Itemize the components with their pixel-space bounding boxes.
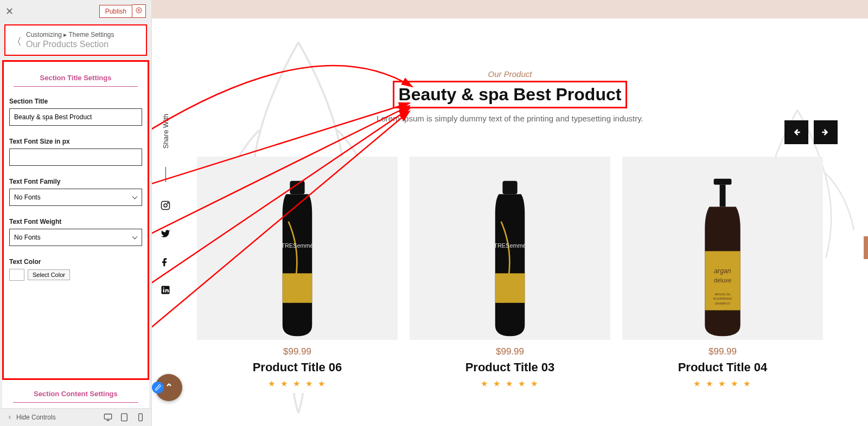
breadcrumb-text: Customizing ▸ Theme Settings Our Product… xyxy=(26,31,139,49)
settings-panel: Section Title Settings Section Title Tex… xyxy=(2,60,149,380)
svg-point-10 xyxy=(168,203,169,204)
product-rating: ★ ★ ★ ★ ★ xyxy=(197,379,398,389)
header-strip xyxy=(152,0,868,18)
field-font-weight: Text Font Weight No Fonts xyxy=(8,218,143,246)
sidebar-footer: Hide Controls xyxy=(0,408,151,426)
svg-rect-19 xyxy=(502,181,517,195)
customizer-sidebar: ✕ Publish 〈 Customizing ▸ Theme Settings… xyxy=(0,0,152,426)
linkedin-icon[interactable] xyxy=(161,285,170,295)
arrow-left-icon xyxy=(791,127,802,138)
breadcrumb-parent: Theme Settings xyxy=(69,31,114,38)
product-title: Product Title 06 xyxy=(197,360,398,375)
color-swatch[interactable] xyxy=(9,269,24,281)
arrow-right-icon xyxy=(820,127,831,138)
product-image: TRESemmé xyxy=(243,166,352,340)
svg-text:NOURISHING: NOURISHING xyxy=(713,297,732,300)
svg-rect-23 xyxy=(720,185,726,207)
desktop-icon[interactable] xyxy=(104,413,112,422)
svg-rect-20 xyxy=(495,273,525,303)
font-family-label: Text Font Family xyxy=(9,178,142,185)
font-weight-label: Text Font Weight xyxy=(9,218,142,225)
gear-icon xyxy=(136,7,142,14)
publish-settings-button[interactable] xyxy=(132,4,146,18)
font-family-select[interactable]: No Fonts xyxy=(9,189,142,206)
close-icon[interactable]: ✕ xyxy=(5,5,14,17)
svg-rect-6 xyxy=(139,414,143,421)
svg-text:argan: argan xyxy=(714,267,731,275)
field-section-title: Section Title xyxy=(8,98,143,126)
share-divider xyxy=(165,167,166,182)
share-label: Share With xyxy=(162,114,170,149)
svg-rect-16 xyxy=(290,181,304,195)
font-size-input[interactable] xyxy=(9,149,142,166)
hide-controls-button[interactable]: Hide Controls xyxy=(7,414,56,421)
font-size-label: Text Font Size in px xyxy=(9,138,142,145)
svg-rect-17 xyxy=(283,273,312,303)
breadcrumb-prefix: Customizing xyxy=(26,31,62,38)
mobile-icon[interactable] xyxy=(136,413,145,422)
product-card[interactable]: argandeluxeARGAN OILNOURISHINGSHAMPOO $9… xyxy=(622,157,823,393)
svg-text:TRESemmé: TRESemmé xyxy=(494,242,526,249)
svg-rect-22 xyxy=(714,179,732,185)
section-title-input[interactable] xyxy=(9,108,142,126)
instagram-icon[interactable] xyxy=(161,201,170,210)
field-font-family: Text Font Family No Fonts xyxy=(8,178,143,206)
svg-text:SHAMPOO: SHAMPOO xyxy=(715,302,730,305)
carousel-next-button[interactable] xyxy=(814,120,838,144)
section-title-label: Section Title xyxy=(9,98,142,105)
publish-group: Publish xyxy=(99,4,146,18)
breadcrumb-sep: ▸ xyxy=(63,31,68,38)
product-title: Product Title 03 xyxy=(410,360,610,375)
text-color-label: Text Color xyxy=(9,258,142,266)
hide-controls-label: Hide Controls xyxy=(16,414,56,421)
back-icon[interactable]: 〈 xyxy=(12,35,22,48)
product-meta: $99.99 Product Title 06 ★ ★ ★ ★ ★ xyxy=(197,340,398,393)
svg-text:ARGAN OIL: ARGAN OIL xyxy=(714,293,731,296)
carousel-nav xyxy=(784,120,838,144)
product-rating: ★ ★ ★ ★ ★ xyxy=(622,379,823,389)
section-subtitle: Lorem Ipsum is simply dummy text of the … xyxy=(152,114,868,123)
preview-pane: Share With Our Product Beauty & spa Best… xyxy=(152,0,868,426)
section-header: Our Product Beauty & spa Best Product Lo… xyxy=(152,69,868,123)
facebook-icon[interactable] xyxy=(161,257,170,267)
edit-fab[interactable]: ⌃ xyxy=(155,374,182,401)
product-title: Product Title 04 xyxy=(622,360,823,375)
publish-button[interactable]: Publish xyxy=(99,5,132,18)
carousel-prev-button[interactable] xyxy=(784,120,808,144)
field-text-color: Text Color Select Color xyxy=(8,258,143,281)
breadcrumb: 〈 Customizing ▸ Theme Settings Our Produ… xyxy=(4,24,147,56)
product-card[interactable]: TRESemmé $99.99 Product Title 06 ★ ★ ★ ★… xyxy=(197,157,398,393)
device-switcher xyxy=(104,413,145,422)
section-title-settings-heading: Section Title Settings xyxy=(14,67,138,87)
breadcrumb-current: Our Products Section xyxy=(26,40,139,49)
product-price: $99.99 xyxy=(622,346,823,357)
field-font-size: Text Font Size in px xyxy=(8,138,143,166)
select-color-button[interactable]: Select Color xyxy=(28,269,70,280)
collapse-icon xyxy=(7,414,13,421)
section-eyebrow: Our Product xyxy=(152,69,868,79)
svg-point-9 xyxy=(164,204,167,207)
svg-text:TRESemmé: TRESemmé xyxy=(281,242,313,249)
share-column: Share With xyxy=(161,114,170,295)
section-content-settings-heading[interactable]: Section Content Settings xyxy=(13,385,138,403)
product-meta: $99.99 Product Title 04 ★ ★ ★ ★ ★ xyxy=(622,340,823,393)
svg-point-13 xyxy=(163,287,164,288)
section-title: Beauty & spa Best Product xyxy=(393,81,628,108)
product-card[interactable]: TRESemmé $99.99 Product Title 03 ★ ★ ★ ★… xyxy=(410,157,610,393)
twitter-icon[interactable] xyxy=(161,229,170,238)
svg-rect-4 xyxy=(122,414,127,421)
svg-rect-1 xyxy=(104,414,111,419)
svg-rect-12 xyxy=(163,289,164,293)
font-weight-select[interactable]: No Fonts xyxy=(9,229,142,246)
svg-point-0 xyxy=(138,10,140,11)
product-price: $99.99 xyxy=(197,346,398,357)
tablet-icon[interactable] xyxy=(120,413,129,422)
products-row: TRESemmé $99.99 Product Title 06 ★ ★ ★ ★… xyxy=(152,157,868,393)
svg-text:deluxe: deluxe xyxy=(714,277,731,283)
product-image: argandeluxeARGAN OILNOURISHINGSHAMPOO xyxy=(668,166,777,340)
product-price: $99.99 xyxy=(410,346,610,357)
product-meta: $99.99 Product Title 03 ★ ★ ★ ★ ★ xyxy=(410,340,610,393)
product-image: TRESemmé xyxy=(456,166,564,340)
product-rating: ★ ★ ★ ★ ★ xyxy=(410,379,610,389)
pencil-icon xyxy=(152,382,164,393)
